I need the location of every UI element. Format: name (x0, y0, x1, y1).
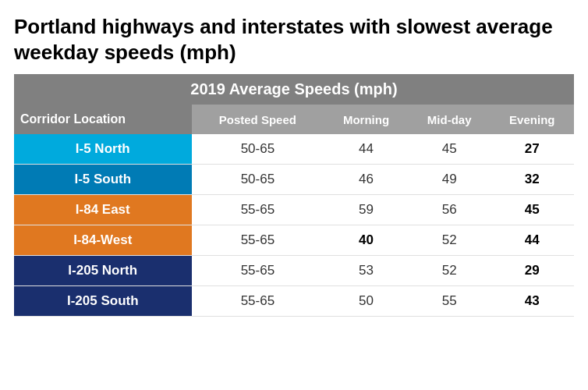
midday-cell: 52 (409, 225, 491, 256)
corridor-cell: I-5 North (14, 134, 192, 165)
col-header-morning: Morning (324, 105, 409, 134)
table-body: I-5 North50-65444527I-5 South50-65464932… (14, 134, 574, 317)
evening-cell: 44 (491, 225, 574, 256)
table-row: I-5 North50-65444527 (14, 134, 574, 165)
posted-speed-cell: 55-65 (192, 256, 324, 286)
col-header-evening: Evening (491, 105, 574, 134)
corridor-cell: I-84 East (14, 195, 192, 225)
column-header-row: Corridor Location Posted Speed Morning M… (14, 105, 574, 134)
col-header-midday: Mid-day (409, 105, 491, 134)
evening-cell: 43 (491, 286, 574, 317)
table-row: I-5 South50-65464932 (14, 165, 574, 195)
page-title: Portland highways and interstates with s… (14, 14, 574, 65)
corridor-cell: I-5 South (14, 165, 192, 195)
morning-cell: 59 (324, 195, 409, 225)
table-row: I-205 North55-65535229 (14, 256, 574, 286)
table-row: I-205 South55-65505543 (14, 286, 574, 317)
table-row: I-84-West55-65405244 (14, 225, 574, 256)
posted-speed-cell: 55-65 (192, 286, 324, 317)
midday-cell: 45 (409, 134, 491, 165)
midday-cell: 52 (409, 256, 491, 286)
morning-cell: 46 (324, 165, 409, 195)
table-wrapper: 2019 Average Speeds (mph) Corridor Locat… (14, 74, 574, 317)
section-header: 2019 Average Speeds (mph) (14, 74, 574, 105)
midday-cell: 56 (409, 195, 491, 225)
posted-speed-cell: 50-65 (192, 134, 324, 165)
evening-cell: 45 (491, 195, 574, 225)
morning-cell: 50 (324, 286, 409, 317)
evening-cell: 27 (491, 134, 574, 165)
morning-cell: 40 (324, 225, 409, 256)
corridor-cell: I-205 North (14, 256, 192, 286)
posted-speed-cell: 55-65 (192, 225, 324, 256)
page-container: Portland highways and interstates with s… (0, 0, 588, 324)
col-header-corridor: Corridor Location (14, 105, 192, 134)
midday-cell: 55 (409, 286, 491, 317)
speeds-table: 2019 Average Speeds (mph) Corridor Locat… (14, 74, 574, 317)
morning-cell: 44 (324, 134, 409, 165)
corridor-cell: I-205 South (14, 286, 192, 317)
col-header-posted-speed: Posted Speed (192, 105, 324, 134)
morning-cell: 53 (324, 256, 409, 286)
section-header-row: 2019 Average Speeds (mph) (14, 74, 574, 105)
evening-cell: 29 (491, 256, 574, 286)
evening-cell: 32 (491, 165, 574, 195)
midday-cell: 49 (409, 165, 491, 195)
posted-speed-cell: 55-65 (192, 195, 324, 225)
posted-speed-cell: 50-65 (192, 165, 324, 195)
corridor-cell: I-84-West (14, 225, 192, 256)
table-row: I-84 East55-65595645 (14, 195, 574, 225)
